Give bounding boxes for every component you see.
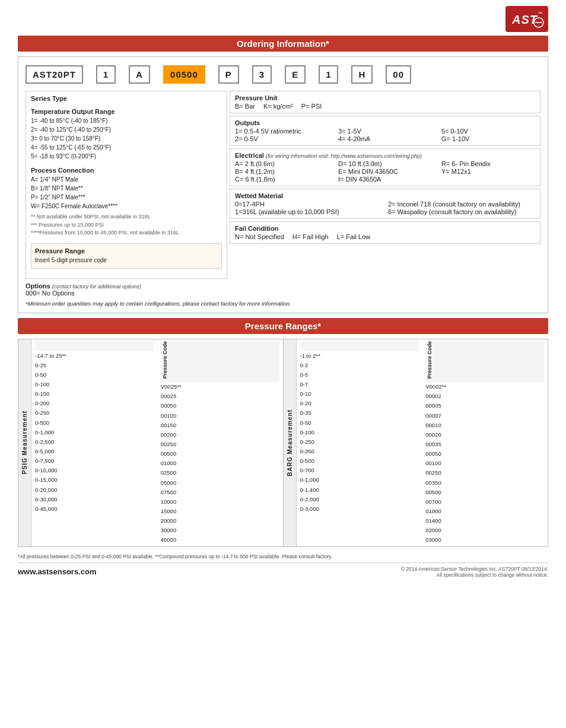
fc-l: L= Fail Low [337,233,371,240]
pressure-unit-block: Pressure Unit B= Bar K= kg/cm² P= PSI [230,91,540,113]
pu-kg: K= kg/cm² [263,103,293,110]
electrical-block: Electrical (for wiring information visit… [230,148,540,186]
barg-row-12: 0-700 [300,466,419,475]
pressure-unit-title: Pressure Unit [235,94,278,101]
barg-row-13: 0-1,000 [300,475,419,485]
out-1: 1= 0.5-4.5V ratiometric [235,128,329,135]
psig-row-6: 0-250 [35,408,154,418]
elec-d: D= 10 ft.(3.0m) [338,160,432,167]
pc-line-3: P= 1/2" NPT Male*** [31,193,222,202]
barg-code-16: 03000 [425,535,544,545]
psig-label: PSIG Measurement [21,411,28,474]
psig-code-9: 02500 [161,468,279,478]
svg-text:™: ™ [538,11,543,17]
psig-code-3: 00100 [161,411,279,421]
pressure-note: *All pressures between 0-25 PSI and 0-45… [18,552,548,559]
barg-label: BARG Measurement [287,409,293,476]
barg-row-7: 0-50 [300,418,419,428]
temp-output-block: Temperature Output Range 1= -40 to 85°C … [31,108,222,161]
barg-row-15: 0-2,000 [300,495,419,504]
out-5: 5= 0-10V [441,128,535,135]
footer-url: www.astsensors.com [18,567,96,576]
psig-row-16: 0-45,000 [35,504,154,514]
pressure-table-wrap: PSIG Measurement -14.7 to 25** 0-25 0-50… [18,339,548,546]
psig-row-8: 0-1,000 [35,428,154,437]
temp-line-4: 4= -55 to 125°C (-65 to 250°F) [31,143,222,152]
pc-note-1: ** Not available under 50PSI, not availa… [31,213,222,221]
elec-b: B= 4 ft.(1.2m) [235,168,329,175]
options-note: (contact factory for additional options) [52,284,141,290]
elec-y: Y= M12x1 [441,168,535,175]
psig-code-8: 01000 [161,459,279,468]
fail-condition-block: Fail Condition N= Not Specified H= Fail … [230,221,540,244]
process-connection-block: Process Connection A= 1/4" NPT Male B= 1… [31,167,222,237]
barg-row-14: 0-1,400 [300,485,419,495]
elec-a: A= 2 ft.(0.6m) [235,160,329,167]
barg-code-2: 00005 [425,401,544,411]
footer-copyright: © 2014 American Sensor Technologies Inc.… [401,566,548,578]
pu-bar: B= Bar [235,103,255,110]
psig-row-13: 0-15,000 [35,475,154,485]
psig-row-11: 0-7,500 [35,456,154,466]
barg-label-cell: BARG Measurement [284,339,297,546]
out-3: 3= 1-5V [338,128,432,135]
barg-measurement-col: -1 to 2** 0-2 0-5 0-7 0-10 0-20 0-35 0-5… [297,339,422,546]
company-logo: AST ™ [505,6,548,32]
barg-code-14: 01400 [425,516,544,526]
psig-code-6: 00250 [161,440,279,449]
pressure-unit-options: B= Bar K= kg/cm² P= PSI [235,103,535,110]
barg-row-8: 0-100 [300,428,419,437]
elec-e: E= Mini DIN 43650C [338,168,432,175]
wetted-material-title: Wetted Material [235,192,535,199]
psig-row-1: 0-25 [35,361,154,370]
psig-row-3: 0-100 [35,380,154,389]
wm-4: 6= Waspalloy (consult factory on availab… [388,208,535,215]
barg-row-0: -1 to 2** [300,351,419,361]
barg-code-11: 00500 [425,488,544,497]
psig-code-5: 00200 [161,430,279,440]
ordering-info-container: AST20PT 1 A 00500 P 3 E 1 H 00 [18,56,548,313]
psig-code-1: 00025 [161,392,279,401]
barg-code-0: V0002** [425,382,544,392]
barg-row-4: 0-10 [300,389,419,399]
elec-i: I= DIN 43650A [338,176,432,183]
psig-row-9: 0-2,500 [35,437,154,447]
psig-code-16: 45000 [161,535,279,545]
pn-field4: P [218,65,239,84]
barg-data: -1 to 2** 0-2 0-5 0-7 0-10 0-20 0-35 0-5… [297,339,548,546]
barg-code-13: 01000 [425,507,544,516]
barg-code-3: 00007 [425,411,544,421]
psig-code-4: 00150 [161,421,279,430]
elec-r: R= 6- Pin Bendix [441,160,535,167]
temp-output-content: 1= -40 to 85°C (-40 to 185°F) 2= -40 to … [31,116,222,161]
pn-field7: 1 [319,65,338,84]
pn-field8: H [351,65,373,84]
psig-measurement-col: -14.7 to 25** 0-25 0-50 0-100 0-150 0-20… [31,339,157,546]
psig-code-13: 15000 [161,507,279,516]
ordering-section-header: Ordering Information* [18,36,548,52]
barg-code-6: 00035 [425,440,544,449]
pc-note-3: ****Pressures from 10,000 to 45,000 PSI,… [31,229,222,237]
psig-row-4: 0-150 [35,389,154,399]
psig-row-0: -14.7 to 25** [35,351,154,361]
barg-code-4: 00010 [425,421,544,430]
psig-row-15: 0-30,000 [35,495,154,504]
psig-code-11: 07500 [161,488,279,497]
psig-code-header: Pressure Code [161,341,279,383]
barg-code-header: Pressure Code [425,341,544,383]
fail-condition-title: Fail Condition [235,225,278,232]
barg-row-1: 0-2 [300,361,419,370]
footer: www.astsensors.com © 2014 American Senso… [18,562,548,578]
outputs-block: Outputs 1= 0.5-4.5V ratiometric 3= 1-5V … [230,116,540,146]
series-type-title: Series Type [31,95,222,102]
psig-row-5: 0-200 [35,399,154,408]
barg-code-9: 00250 [425,468,544,478]
wm-1: 0=17-4PH [235,201,382,208]
out-4: 4= 4-20mA [338,135,432,142]
barg-row-3: 0-7 [300,380,419,389]
temp-line-1: 1= -40 to 85°C (-40 to 185°F) [31,116,222,125]
temp-line-5: 5= -18 to 93°C (0-200°F) [31,152,222,161]
barg-code-7: 00050 [425,449,544,459]
pressure-ranges-container: PSIG Measurement -14.7 to 25** 0-25 0-50… [18,339,548,547]
pn-field9: 00 [386,65,411,84]
